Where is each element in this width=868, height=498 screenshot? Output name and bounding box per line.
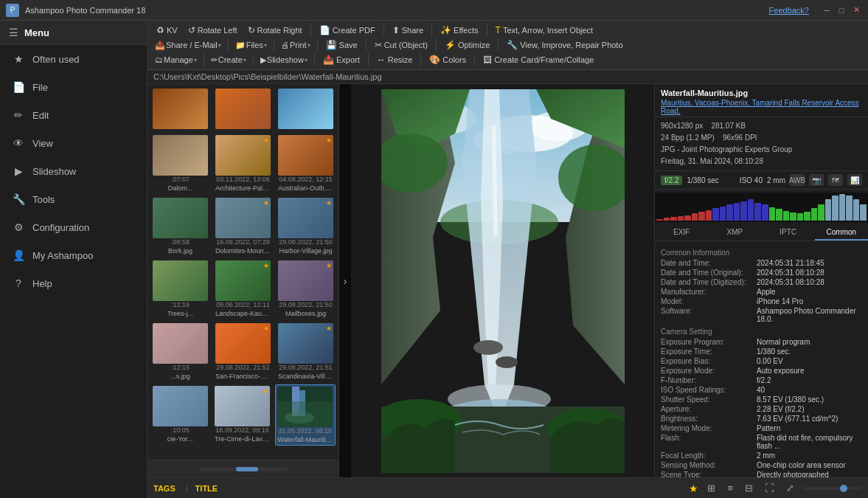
info-row: Sensing Method: One-chip color area sens…: [661, 461, 862, 469]
create-pdf-btn[interactable]: 📄Create PDF: [315, 24, 380, 37]
grid-view-btn[interactable]: ⊞: [704, 481, 718, 495]
save-btn[interactable]: 💾Save: [322, 38, 362, 52]
title-button[interactable]: TITLE: [195, 484, 218, 493]
list-item[interactable]: ★ 29.08.2022, 21:51 San-Francisco-Styli.…: [213, 322, 273, 381]
sidebar-item-view[interactable]: 👁View: [0, 129, 147, 157]
view-improve-btn[interactable]: 🔧View, Improve, Repair Photo: [502, 38, 627, 52]
list-view-btn[interactable]: ≡: [724, 481, 736, 495]
list-item[interactable]: [213, 87, 273, 131]
info-row: Exposure Bias: 0.00 EV: [661, 357, 862, 365]
info-scroll-area[interactable]: Common Information Date and Time: 2024:0…: [655, 241, 868, 477]
sidebar-item-slideshow[interactable]: ▶Slideshow: [0, 157, 147, 185]
list-item[interactable]: ★ 16.09.2022, 09:16 Tre-Cime-di-Lavare-.…: [212, 384, 271, 446]
colors-btn[interactable]: 🎨Colors: [425, 53, 471, 66]
list-item[interactable]: ★ 31.05.2022, 08:10: [275, 384, 336, 446]
sidebar-item-configuration[interactable]: ⚙Configuration: [0, 213, 147, 241]
effects-btn[interactable]: ✨Effects: [436, 24, 482, 37]
maximize-button[interactable]: □: [836, 4, 847, 16]
thumb-row-4: :12:15 ...s.jpg ★ 29.08.2022, 21:51 San-…: [150, 322, 336, 381]
rotate-right-btn[interactable]: ↻Rotate Right: [243, 24, 307, 37]
info-btn-3[interactable]: 📊: [847, 174, 862, 186]
thumb-scrollbar-thumb[interactable]: [236, 467, 258, 471]
thumb-scrollbar[interactable]: [199, 467, 288, 471]
list-item[interactable]: ★ 05.06.2022, 12:11 Landscape-Kauai.jpg: [213, 259, 273, 319]
fullscreen-btn[interactable]: ⛶: [762, 481, 777, 495]
tab-exif[interactable]: EXIF: [655, 225, 708, 241]
sidebar-item-my-ashampoo[interactable]: 👤My Ashampoo: [0, 241, 147, 269]
list-item[interactable]: .08:58 Bork.jpg: [150, 196, 210, 256]
filepath-bar: C:\Users\Kxt\Desktop\Pics\Beispielbilder…: [147, 70, 868, 84]
minimize-button[interactable]: ─: [821, 4, 833, 16]
sidebar-header[interactable]: ☰ Menu: [0, 21, 147, 45]
thumb-image: ★: [278, 260, 333, 301]
histogram: [655, 193, 868, 222]
tab-xmp[interactable]: XMP: [708, 225, 761, 241]
sidebar-item-often-used[interactable]: ★Often used: [0, 45, 147, 73]
create-btn[interactable]: ✏Create▾: [208, 54, 249, 66]
list-item[interactable]: ★ 29.08.2022, 21:51 Scandinavia-Village-…: [276, 322, 336, 381]
sidebar-item-file[interactable]: 📄File: [0, 73, 147, 101]
sidebar-icon: 🔧: [12, 193, 25, 206]
sep2: [383, 24, 384, 37]
toolbar-row-1: ♻KV ↺Rotate Left ↻Rotate Right 📄Create P…: [152, 24, 864, 37]
sidebar-item-help[interactable]: ?Help: [0, 269, 147, 297]
zoom-slider[interactable]: [803, 487, 862, 490]
list-item[interactable]: :10:05 cie-Yor...: [150, 384, 209, 446]
awb-button[interactable]: AWB: [790, 174, 805, 186]
sidebar-items: ★Often used📄File✏Edit👁View▶Slideshow🔧Too…: [0, 45, 147, 297]
rotate-left-btn[interactable]: ↺Rotate Left: [184, 24, 242, 37]
list-item[interactable]: ★ 16.09.2022, 07:29 Dolomites-Mountain-.…: [213, 196, 273, 256]
detail-view-btn[interactable]: ⊟: [742, 481, 756, 495]
star-rating[interactable]: ★: [689, 483, 698, 494]
thumb-image: [153, 386, 208, 426]
app-icon: P: [6, 4, 19, 17]
text-btn[interactable]: TText, Arrow, Insert Object: [491, 24, 598, 37]
resize-btn[interactable]: ↔Resize: [372, 53, 417, 66]
next-arrow[interactable]: ›: [339, 84, 351, 477]
cut-btn[interactable]: ✂Cut (Object): [370, 38, 432, 52]
list-item[interactable]: :12:16 Trees-j...: [150, 259, 210, 319]
share-btn[interactable]: ⬆Share: [388, 24, 428, 37]
thumb-row-3: :12:16 Trees-j... ★ 05.06.2022, 12:11 La…: [150, 259, 336, 319]
tags-button[interactable]: TAGS: [153, 484, 176, 493]
zoom-slider-thumb[interactable]: [840, 485, 847, 492]
info-btn-1[interactable]: 📷: [809, 174, 824, 186]
thumbnail-scroll[interactable]: .07:07 Dalom... ★ 03.11.2022, 13:06 Arch…: [147, 84, 338, 460]
list-item[interactable]: ★ 04.08.2022, 12:15 Australian-Outback-.…: [276, 134, 336, 193]
info-location-link[interactable]: Mauritius, Vacoas-Phoenix, Tamarind Fall…: [661, 99, 862, 115]
feedback-link[interactable]: Feedback?: [769, 6, 809, 15]
kv-btn[interactable]: ♻KV: [152, 24, 182, 37]
manage-btn[interactable]: 🗂Manage▾: [152, 54, 200, 66]
info-tabs: EXIF XMP IPTC Common: [655, 225, 868, 241]
list-item[interactable]: ★ 29.08.2022, 21:50 Harbor-Village.jpg: [276, 196, 336, 256]
zoom-fit-btn[interactable]: ⤢: [783, 481, 797, 495]
toolbar: ♻KV ↺Rotate Left ↻Rotate Right 📄Create P…: [147, 21, 868, 70]
info-metadata: 960x1280 px 281.07 KB 24 Bpp (1.2 MP) 96…: [655, 117, 868, 171]
print-btn[interactable]: 🖨Print▾: [278, 39, 313, 51]
list-item[interactable]: [276, 87, 336, 131]
card-btn[interactable]: 🖼Create Card/Frame/Collage: [479, 53, 598, 66]
sidebar-icon: ?: [12, 277, 25, 290]
tab-common[interactable]: Common: [815, 225, 868, 241]
share-email-btn[interactable]: 📤Share / E-Mail▾: [152, 39, 224, 52]
thumb-date: 03.11.2022, 13:06: [216, 176, 270, 183]
list-item[interactable]: ★ 03.11.2022, 13:06 Architecture-Palma-j…: [213, 134, 273, 193]
list-item[interactable]: ★ 29.08.2022, 21:50 Mailboxes.jpg: [276, 259, 336, 319]
tab-iptc[interactable]: IPTC: [762, 225, 815, 241]
sidebar-item-edit[interactable]: ✏Edit: [0, 101, 147, 129]
sidebar-item-tools[interactable]: 🔧Tools: [0, 185, 147, 213]
sidebar-item-label: My Ashampoo: [32, 250, 93, 261]
list-item[interactable]: [150, 87, 210, 131]
files-btn[interactable]: 📁Files▾: [232, 39, 270, 52]
slideshow-btn[interactable]: ▶Slideshow▾: [257, 54, 310, 66]
close-button[interactable]: ✕: [850, 4, 862, 16]
main-layout: ☰ Menu ★Often used📄File✏Edit👁View▶Slides…: [0, 21, 868, 498]
list-item[interactable]: .07:07 Dalom...: [150, 134, 210, 193]
thumb-date: 29.08.2022, 21:50: [279, 301, 333, 308]
export-btn[interactable]: 📤Export: [319, 53, 364, 66]
info-btn-2[interactable]: 🗺: [828, 174, 843, 186]
thumb-date: 04.08.2022, 12:15: [279, 176, 333, 183]
info-controls: f/2.2 1/380 sec ISO 40 2 mm AWB 📷 🗺 📊: [655, 171, 868, 190]
optimize-btn[interactable]: ⚡Optimize: [440, 38, 494, 52]
list-item[interactable]: :12:15 ...s.jpg: [150, 322, 210, 381]
